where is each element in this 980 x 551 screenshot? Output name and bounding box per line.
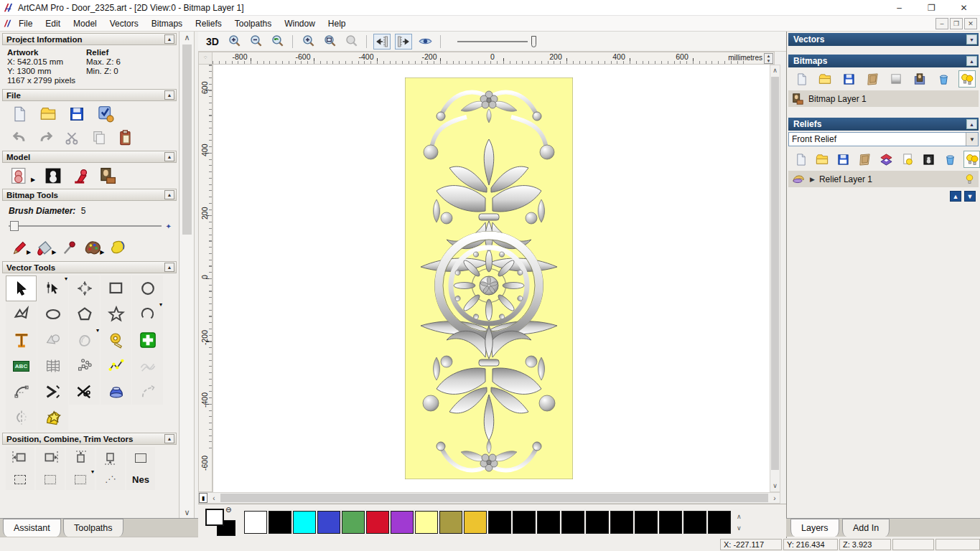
scroll-up-icon[interactable]: ∧ xyxy=(770,65,780,76)
save-relief-layer-button[interactable] xyxy=(836,151,852,168)
open-bitmap-layer-button[interactable] xyxy=(816,70,834,88)
palette-scroll-down-icon[interactable]: ∨ xyxy=(737,524,742,532)
toggle-all-visibility-button[interactable] xyxy=(958,70,976,88)
vector-doctor-button[interactable] xyxy=(132,327,163,353)
bitmap-to-relief-button[interactable] xyxy=(911,70,928,88)
distort-vectors-button[interactable] xyxy=(37,353,68,379)
move-layer-down-button[interactable]: ▼ xyxy=(964,191,976,202)
bitmap-layer-row[interactable]: Bitmap Layer 1 xyxy=(788,90,979,107)
menu-toolpaths[interactable]: Toolpaths xyxy=(228,17,278,30)
pane-splitter-button[interactable]: ▮ xyxy=(199,493,207,503)
scroll-down-icon[interactable]: ∨ xyxy=(770,481,780,491)
colour-swatch[interactable] xyxy=(464,511,487,534)
align-left-button[interactable] xyxy=(6,447,34,468)
primary-colour-swatch[interactable] xyxy=(205,509,224,526)
tab-toolpaths[interactable]: Toolpaths xyxy=(63,519,123,537)
flyout-arrow-icon[interactable]: ▶ xyxy=(100,249,104,255)
bisector-button[interactable] xyxy=(37,379,68,405)
scroll-left-icon[interactable]: ‹ xyxy=(209,494,219,502)
scroll-right-icon[interactable]: › xyxy=(770,494,780,502)
scrollbar-thumb[interactable] xyxy=(182,44,192,235)
open-model-button[interactable] xyxy=(39,105,57,123)
primary-secondary-colour[interactable]: ⊖ xyxy=(204,507,237,537)
colour-swatch[interactable] xyxy=(537,511,560,534)
drawing-canvas[interactable] xyxy=(213,65,770,492)
trim-vectors-button[interactable] xyxy=(69,379,100,405)
relief-texture-button[interactable] xyxy=(857,151,873,168)
centre-in-page-button[interactable] xyxy=(6,468,34,490)
pick-colour-button[interactable] xyxy=(60,240,79,257)
collapse-button[interactable]: ▲ xyxy=(966,119,977,129)
scrollbar-thumb[interactable] xyxy=(220,494,768,502)
menu-help[interactable]: Help xyxy=(322,17,353,30)
snap-next-button[interactable] xyxy=(395,34,412,50)
colour-swatch[interactable] xyxy=(439,511,462,534)
colour-swatch[interactable] xyxy=(610,511,633,534)
zoom-previous-button[interactable] xyxy=(269,34,286,50)
rollup-button[interactable]: ▲ xyxy=(164,434,174,443)
set-model-size-button[interactable] xyxy=(10,167,29,184)
link-colours-icon[interactable]: ⊖ xyxy=(225,506,231,514)
cut-button[interactable] xyxy=(63,129,82,146)
scrollbar-thumb[interactable] xyxy=(771,77,779,470)
create-arc-button[interactable]: ▾ xyxy=(132,301,163,327)
minimize-button[interactable]: – xyxy=(883,0,915,16)
create-star-button[interactable] xyxy=(101,301,131,327)
nesting-button[interactable]: Nes xyxy=(126,468,155,490)
colour-swatch[interactable] xyxy=(366,511,389,534)
rollup-button[interactable]: ▲ xyxy=(164,190,174,199)
centre-horizontal-button[interactable] xyxy=(36,468,65,490)
create-rectangle-button[interactable] xyxy=(101,276,131,301)
relief-layer-row[interactable]: ▶ Relief Layer 1 xyxy=(788,171,979,187)
align-right-button[interactable] xyxy=(36,447,65,468)
menu-edit[interactable]: Edit xyxy=(39,17,67,30)
fit-curve-button[interactable] xyxy=(101,353,131,379)
undo-button[interactable] xyxy=(10,129,29,146)
flyout-arrow-icon[interactable]: ▶ xyxy=(27,249,31,255)
mdi-restore-button[interactable]: ❐ xyxy=(950,18,963,29)
relief-greyscale-button[interactable] xyxy=(921,151,938,168)
dropdown-arrow-icon[interactable]: ▼ xyxy=(966,133,978,146)
colour-swatch[interactable] xyxy=(391,511,414,534)
canvas-hscrollbar[interactable]: ▮ ‹ › xyxy=(198,492,780,504)
paste-button[interactable] xyxy=(116,129,135,146)
collapse-button[interactable]: ▲ xyxy=(966,56,977,66)
centre-vertical-button[interactable]: ▾ xyxy=(66,468,95,490)
invert-model-button[interactable] xyxy=(44,167,62,184)
lighting-button[interactable] xyxy=(71,167,90,184)
notes-button[interactable] xyxy=(98,167,117,184)
align-centre-button[interactable] xyxy=(126,447,155,468)
slider-handle[interactable] xyxy=(10,221,19,231)
measure-button[interactable] xyxy=(101,327,131,353)
colour-swatch[interactable] xyxy=(244,511,267,534)
open-relief-layer-button[interactable] xyxy=(814,151,831,168)
tab-assistant[interactable]: Assistant xyxy=(3,519,61,537)
align-top-button[interactable] xyxy=(66,447,95,468)
mdi-close-button[interactable]: ✕ xyxy=(964,18,977,29)
colour-swatch[interactable] xyxy=(342,511,365,534)
new-bitmap-layer-button[interactable] xyxy=(793,70,810,88)
toggle-all-visibility-button[interactable] xyxy=(963,151,980,168)
mdi-minimize-button[interactable]: – xyxy=(935,18,948,29)
colour-swatch[interactable] xyxy=(269,511,291,534)
copy-button[interactable] xyxy=(90,129,108,146)
align-bottom-button[interactable] xyxy=(96,447,125,468)
offset-vectors-button[interactable]: ▾ xyxy=(69,327,100,353)
paste-on-arc-button[interactable]: ⋰⋅ xyxy=(96,468,125,490)
model-properties-button[interactable] xyxy=(96,105,115,123)
close-button[interactable]: ✕ xyxy=(948,0,980,16)
relief-layer-name[interactable]: Relief Layer 1 xyxy=(819,174,872,184)
rollup-button[interactable]: ▲ xyxy=(164,152,174,161)
colour-swatch[interactable] xyxy=(317,511,340,534)
colour-swatch[interactable] xyxy=(708,511,731,534)
zoom-box-button[interactable] xyxy=(321,34,338,50)
redo-button[interactable] xyxy=(37,129,55,146)
colour-swatch[interactable] xyxy=(488,511,511,534)
rollup-button[interactable]: ▲ xyxy=(164,34,174,44)
canvas-vscrollbar[interactable]: ∧ ∨ xyxy=(770,65,780,492)
new-model-button[interactable] xyxy=(10,105,29,123)
despeckle-button[interactable] xyxy=(108,240,127,257)
save-model-button[interactable] xyxy=(67,105,86,123)
menu-vectors[interactable]: Vectors xyxy=(103,17,145,30)
tab-layers[interactable]: Layers xyxy=(790,519,839,537)
